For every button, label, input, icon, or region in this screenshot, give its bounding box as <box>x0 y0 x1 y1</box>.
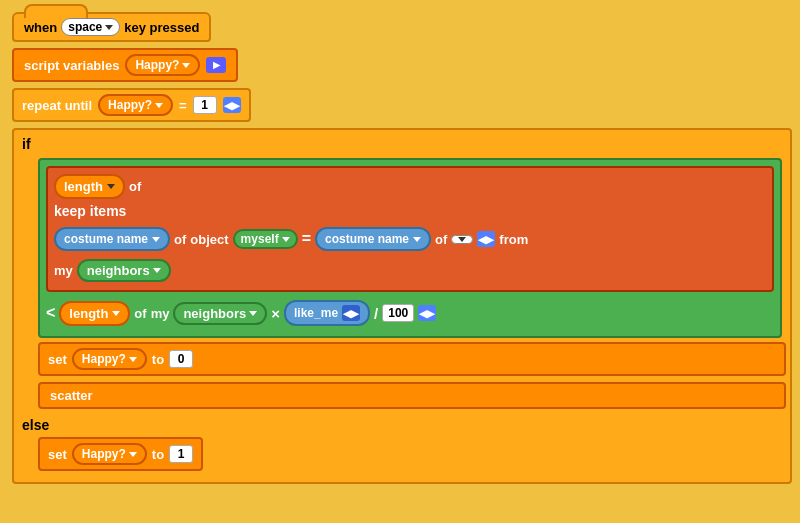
repeat-arrows[interactable]: ◀▶ <box>223 97 241 113</box>
hundred-input[interactable]: 100 <box>382 304 414 322</box>
of3-dropdown[interactable] <box>451 235 473 244</box>
length2-label: length <box>69 306 108 321</box>
repeat-until-label: repeat until <box>22 98 92 113</box>
script-vars-arrow[interactable]: ▶ <box>206 57 226 73</box>
length-reporter2[interactable]: length <box>59 301 130 326</box>
costume-name-of-block[interactable]: costume name <box>54 227 170 251</box>
key-dropdown[interactable]: space <box>61 18 120 36</box>
length-reporter[interactable]: length <box>54 174 125 199</box>
keep-items-row: keep items <box>54 203 766 219</box>
if-label: if <box>22 136 31 152</box>
key-pressed-label: key pressed <box>124 20 199 35</box>
to-label: to <box>152 352 164 367</box>
from-label: from <box>499 232 528 247</box>
set-happy-var2[interactable]: Happy? <box>72 443 147 465</box>
keep-items-block: length of keep items costume name of <box>46 166 774 292</box>
like-me-reporter[interactable]: like_me ◀▶ <box>284 300 370 326</box>
length-dropdown-arrow-icon <box>107 184 115 189</box>
set-happy-0-block[interactable]: set Happy? to 0 <box>38 342 786 376</box>
if-block: if length of keep items <box>12 128 792 484</box>
set2-label: set <box>48 447 67 462</box>
repeat-var-arrow-icon <box>155 103 163 108</box>
set-happy-1-block[interactable]: set Happy? to 1 <box>38 437 203 471</box>
neighbors2-pill[interactable]: neighbors <box>173 302 267 325</box>
costume-name-label: costume name <box>64 232 148 246</box>
keep-items-label: keep items <box>54 203 126 219</box>
equals-sign: = <box>302 230 311 248</box>
myself-arrow-icon <box>282 237 290 242</box>
compare-row: < length of my neighbors × like_me ◀▶ / … <box>46 296 774 330</box>
dropdown-arrow-icon <box>105 25 113 30</box>
repeat-until-block[interactable]: repeat until Happy? = 1 ◀▶ <box>12 88 251 122</box>
to2-label: to <box>152 447 164 462</box>
var-dropdown-arrow-icon <box>182 63 190 68</box>
like-me-arrows[interactable]: ◀▶ <box>342 305 360 321</box>
costume-arrows[interactable]: ◀▶ <box>477 231 495 247</box>
costume-name2-label: costume name <box>325 232 409 246</box>
if-header: if <box>18 134 786 154</box>
costume-name-arrow-icon <box>152 237 160 242</box>
my-label: my <box>54 263 73 278</box>
set-label: set <box>48 352 67 367</box>
when-key-pressed-block[interactable]: when space key pressed <box>12 12 211 42</box>
else-section: else <box>18 415 786 435</box>
of3-dropdown-arrow-icon <box>458 237 466 242</box>
repeat-happy-var[interactable]: Happy? <box>98 94 173 116</box>
keep-items-header: length of <box>54 174 766 199</box>
myself-dropdown[interactable]: myself <box>233 229 298 249</box>
compare-arrows[interactable]: ◀▶ <box>418 305 436 321</box>
costume-row: costume name of object myself = costume … <box>54 223 766 255</box>
of4-label: of <box>134 306 146 321</box>
of-label: of <box>129 179 141 194</box>
neighbors-arrow-icon <box>153 268 161 273</box>
costume-name2-arrow-icon <box>413 237 421 242</box>
length2-arrow-icon <box>112 311 120 316</box>
set-happy-var[interactable]: Happy? <box>72 348 147 370</box>
scatter-block[interactable]: scatter <box>38 382 786 409</box>
of3-label: of <box>435 232 447 247</box>
times-label: × <box>271 305 280 322</box>
div-label: / <box>374 305 378 322</box>
neighbors-pill[interactable]: neighbors <box>77 259 171 282</box>
when-label: when <box>24 20 57 35</box>
if-body: length of keep items costume name of <box>38 158 782 338</box>
length-label: length <box>64 179 103 194</box>
happy-variable-pill[interactable]: Happy? <box>125 54 200 76</box>
compare-op: < <box>46 304 55 322</box>
set-var-arrow-icon <box>129 357 137 362</box>
else-label: else <box>22 417 49 433</box>
one-input[interactable]: 1 <box>169 445 193 463</box>
script-vars-label: script variables <box>24 58 119 73</box>
object-label: object <box>190 232 228 247</box>
neighbors2-arrow-icon <box>249 311 257 316</box>
set-var2-arrow-icon <box>129 452 137 457</box>
script-variables-block[interactable]: script variables Happy? ▶ <box>12 48 238 82</box>
costume-name-of2-block[interactable]: costume name <box>315 227 431 251</box>
of2-label: of <box>174 232 186 247</box>
scatter-label: scatter <box>50 388 93 403</box>
my2-label: my <box>151 306 170 321</box>
zero-input[interactable]: 0 <box>169 350 193 368</box>
repeat-value-input[interactable]: 1 <box>193 96 217 114</box>
